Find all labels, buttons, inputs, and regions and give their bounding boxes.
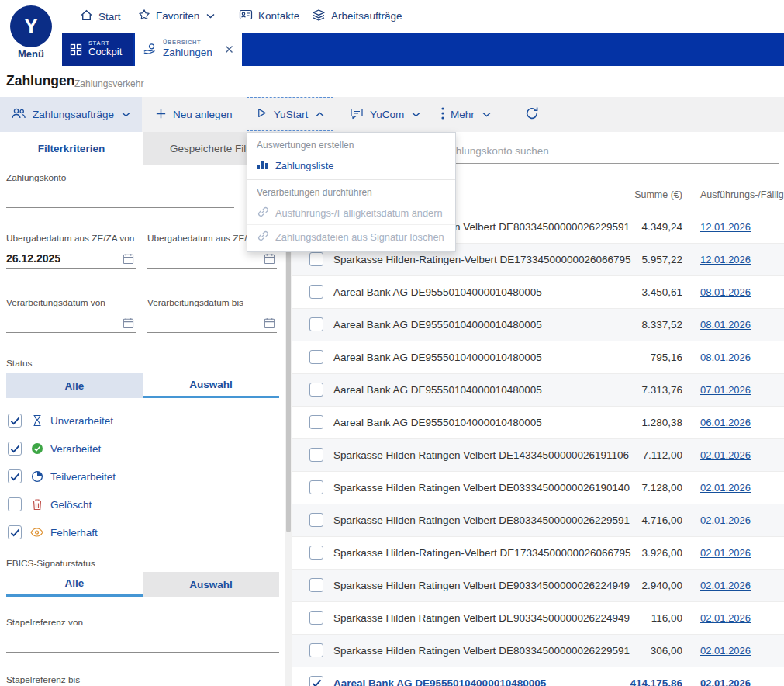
table-row[interactable]: Sparkasse Hilden Ratingen Velbert DE0333… <box>292 472 784 504</box>
checkbox-unchecked[interactable] <box>8 497 22 511</box>
status-label: Verarbeitet <box>50 443 101 455</box>
calendar-icon[interactable] <box>264 253 275 265</box>
checkbox-checked[interactable] <box>8 442 22 456</box>
status-toggle: Alle Auswahl <box>6 373 279 398</box>
row-checkbox[interactable] <box>309 383 323 397</box>
payment-orders-button[interactable]: Zahlungsaufträge <box>0 97 142 132</box>
row-checkbox[interactable] <box>309 350 323 364</box>
row-amount: 4.349,24 <box>641 211 682 243</box>
tab-filterkriterien[interactable]: Filterkriterien <box>0 132 143 165</box>
nav-item-start[interactable]: Start <box>80 9 121 24</box>
tab-zahlungen[interactable]: ÜBERSICHT Zahlungen <box>135 33 242 66</box>
calendar-icon[interactable] <box>123 253 134 265</box>
row-date-link[interactable]: 02.01.2026 <box>700 635 751 667</box>
table-row[interactable]: Aareal Bank AG DE95550104000010480005 3.… <box>292 276 784 309</box>
table-row[interactable]: Sparkasse Hilden Ratingen Velbert DE8033… <box>292 635 784 667</box>
row-amount: 2.940,00 <box>641 570 682 601</box>
partial-circle-icon <box>29 470 44 483</box>
row-date-link[interactable]: 08.01.2026 <box>700 276 751 308</box>
logo-letter: Y <box>24 15 38 39</box>
row-checkbox[interactable] <box>309 643 323 657</box>
checkbox-checked[interactable] <box>8 414 22 428</box>
yucom-button[interactable]: YuCom <box>350 97 420 132</box>
button-label: Neu anlegen <box>173 109 233 120</box>
refresh-button[interactable] <box>524 97 540 132</box>
zahlungskonto-input[interactable] <box>6 188 234 208</box>
row-date-link[interactable]: 12.01.2026 <box>700 244 751 275</box>
nav-item-arbeitsauftraege[interactable]: Arbeitsaufträge <box>312 9 402 23</box>
row-date-link[interactable]: 02.01.2026 <box>700 537 751 569</box>
menu-item-zahlungsliste[interactable]: Zahlungsliste <box>247 154 455 177</box>
table-row[interactable]: Aareal Bank AG DE95550104000010480005 1.… <box>292 407 784 439</box>
status-filter-geloescht[interactable]: Gelöscht <box>0 491 92 518</box>
contact-card-icon <box>239 9 253 23</box>
nav-item-favoriten[interactable]: Favoriten <box>138 9 215 23</box>
row-checkbox[interactable] <box>309 317 323 331</box>
table-row[interactable]: Aareal Bank AG DE95550104000010480005 79… <box>292 341 784 374</box>
row-date-link[interactable]: 06.01.2026 <box>700 407 751 438</box>
processing-from-input[interactable] <box>6 313 136 333</box>
row-checkbox[interactable] <box>309 513 323 527</box>
checkbox-checked[interactable] <box>8 469 22 483</box>
status-filter-unverarbeitet[interactable]: Unverarbeitet <box>0 407 113 434</box>
speech-bubble-icon <box>350 107 364 122</box>
table-row[interactable]: Sparkasse Hilden Ratingen Velbert DE1433… <box>292 439 784 472</box>
menu-button[interactable]: Menü <box>10 48 52 60</box>
table-row[interactable]: Sparkasse Hilden-Ratingen-Velbert DE1733… <box>292 537 784 570</box>
table-row[interactable]: Sparkasse Hilden Ratingen Velbert DE9033… <box>292 570 784 602</box>
row-account: Sparkasse Hilden Ratingen Velbert DE0333… <box>333 472 630 504</box>
row-checkbox[interactable] <box>309 578 323 592</box>
row-checkbox[interactable] <box>309 448 323 462</box>
status-filter-teilverarbeitet[interactable]: Teilverarbeitet <box>0 463 116 490</box>
status-toggle-alle[interactable]: Alle <box>6 373 143 398</box>
nav-item-kontakte[interactable]: Kontakte <box>239 9 299 23</box>
calendar-icon[interactable] <box>123 317 134 329</box>
row-checkbox-checked[interactable] <box>309 676 323 686</box>
scrollbar-thumb[interactable] <box>286 231 291 532</box>
status-filter-fehlerhaft[interactable]: Fehlerhaft <box>0 519 98 546</box>
more-button[interactable]: Mehr <box>441 97 491 132</box>
chevron-down-icon <box>122 112 130 117</box>
row-checkbox[interactable] <box>309 546 323 560</box>
row-checkbox[interactable] <box>309 611 323 625</box>
handover-from-input[interactable]: 26.12.2025 <box>6 248 136 269</box>
row-date-link[interactable]: 02.01.2026 <box>700 472 751 504</box>
row-date-link[interactable]: 02.01.2026 <box>700 439 751 471</box>
processing-to-input[interactable] <box>147 313 277 333</box>
nav-label: Arbeitsaufträge <box>331 10 402 22</box>
table-row[interactable]: Sparkasse Hilden Ratingen Velbert DE9033… <box>292 602 784 635</box>
calendar-icon[interactable] <box>264 317 275 329</box>
button-label: YuCom <box>370 109 404 120</box>
row-date-link[interactable]: 02.01.2026 <box>700 504 751 536</box>
table-row-selected[interactable]: Aareal Bank AG DE95550104000010480005 41… <box>292 667 784 686</box>
row-checkbox[interactable] <box>309 480 323 494</box>
status-filter-verarbeitet[interactable]: Verarbeitet <box>0 435 101 462</box>
ebics-toggle-auswahl[interactable]: Auswahl <box>143 572 279 597</box>
status-toggle-auswahl[interactable]: Auswahl <box>143 373 279 398</box>
new-button[interactable]: Neu anlegen <box>155 97 233 132</box>
table-row[interactable]: Aareal Bank AG DE95550104000010480005 7.… <box>292 374 784 407</box>
menu-item-faelligkeitsdatum-aendern[interactable]: Ausführungs-/Fälligkeitsdatum ändern <box>247 201 455 224</box>
row-checkbox[interactable] <box>309 252 323 266</box>
row-checkbox[interactable] <box>309 415 323 429</box>
menu-item-zahlungsdateien-loeschen[interactable]: Zahlungsdateien aus Signatur löschen <box>247 225 455 248</box>
table-row[interactable]: Sparkasse Hilden Ratingen Velbert DE8033… <box>292 504 784 537</box>
row-date-link[interactable]: 02.01.2026 <box>700 602 751 634</box>
row-date-link[interactable]: 02.01.2026 <box>700 667 751 686</box>
app-logo[interactable]: Y <box>10 5 52 47</box>
ebics-toggle-alle[interactable]: Alle <box>6 572 143 597</box>
tab-cockpit[interactable]: START Cockpit <box>62 33 133 66</box>
table-body: Sparkasse Hilden Ratingen Velbert DE8033… <box>292 211 784 686</box>
checkbox-checked[interactable] <box>8 525 22 539</box>
row-date-link[interactable]: 08.01.2026 <box>700 309 751 341</box>
row-date-link[interactable]: 08.01.2026 <box>700 341 751 373</box>
row-date-link[interactable]: 12.01.2026 <box>700 211 751 243</box>
row-checkbox[interactable] <box>309 285 323 299</box>
close-icon[interactable] <box>225 45 233 54</box>
row-date-link[interactable]: 07.01.2026 <box>700 374 751 406</box>
table-row[interactable]: Aareal Bank AG DE95550104000010480005 8.… <box>292 309 784 341</box>
stapelreferenz-von-input[interactable] <box>6 632 279 653</box>
row-date-link[interactable]: 02.01.2026 <box>700 570 751 601</box>
row-account: Sparkasse Hilden-Ratingen-Velbert DE1733… <box>333 537 631 569</box>
yustart-button[interactable]: YuStart <box>247 97 333 131</box>
